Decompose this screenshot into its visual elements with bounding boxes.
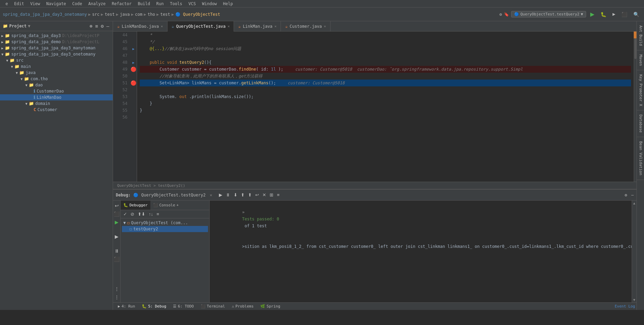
tab-queryobjecttest[interactable]: ☕ QueryObjectTest.java ✕: [168, 21, 234, 32]
menu-analyze[interactable]: Analyze: [86, 1, 109, 7]
tab-close-icon[interactable]: ✕: [274, 24, 276, 28]
tab-customer[interactable]: ☕ Customer.java ✕: [281, 21, 330, 32]
tree-item-src[interactable]: ▼ 📁 src: [0, 57, 113, 63]
debug-stepout-btn[interactable]: ⬆: [247, 192, 253, 198]
tree-item-spring-onetomany[interactable]: ▼ 📁 spring_data_jpa_jpa_day3_onetomany: [0, 51, 113, 57]
tree-item-linkmandao[interactable]: ℹ LinkManDao: [0, 94, 113, 100]
bottom-tab-problems[interactable]: ⚠ Problems: [228, 303, 257, 309]
bottom-tab-todo[interactable]: ☰ 6: TODO: [170, 303, 197, 309]
ant-build-panel[interactable]: Ant Build: [637, 21, 644, 50]
run-config-selector[interactable]: 🔵 QueryObjectTest.testQuery2 ▼: [511, 11, 586, 17]
breadcrumb-item-src[interactable]: src: [92, 12, 100, 17]
debug-refresh-btn[interactable]: ↩: [114, 202, 120, 209]
sidebar-locate-icon[interactable]: ⊕: [89, 23, 93, 29]
tree-item-domain[interactable]: ▼ 📁 domain: [0, 100, 113, 107]
debug-settings-btn[interactable]: ≡: [275, 192, 281, 198]
breadcrumb-item-test[interactable]: test: [105, 12, 115, 17]
breadcrumb-item-class[interactable]: 🔵 QueryObjectTest: [175, 12, 220, 17]
debug-tab-debugger[interactable]: 🐛 Debugger: [121, 201, 150, 210]
sidebar-collapse-icon[interactable]: ≡: [95, 23, 99, 29]
console-scrollbar[interactable]: ▲ ▼: [632, 201, 636, 302]
tree-item-spring-manytomany[interactable]: ▶ 📁 spring_data_jpa_jpa_day3_manytoman: [0, 45, 113, 51]
tree-item-dao[interactable]: ▼ 📁 dao: [0, 82, 113, 88]
debug-play-btn[interactable]: ▶: [114, 233, 120, 240]
bean-validation-panel[interactable]: Bean Validation: [637, 137, 644, 180]
breadcrumb-item-java[interactable]: java: [120, 12, 130, 17]
sidebar-minimize-icon[interactable]: —: [106, 23, 110, 29]
maven-panel[interactable]: Maven: [637, 50, 644, 70]
sidebar-dropdown-icon[interactable]: ▼: [28, 24, 30, 28]
gutter-line-51[interactable]: 🔴: [130, 80, 137, 86]
breadcrumb-item-com[interactable]: com: [135, 12, 143, 17]
code-content[interactable]: * */ @{...}//解决在java代码中的no session问题 pub…: [137, 32, 634, 182]
gutter-line-48[interactable]: ▶: [130, 59, 137, 66]
debug-button[interactable]: 🐛: [598, 10, 608, 19]
menu-window[interactable]: Window: [199, 1, 220, 7]
debug-eval-btn[interactable]: ✕: [261, 192, 268, 198]
sort-btn[interactable]: ⬆⬇: [136, 211, 147, 217]
tab-linkmandao[interactable]: ☕ LinkManDao.java ✕: [113, 21, 168, 32]
sidebar-settings-icon[interactable]: ⚙: [100, 23, 104, 29]
collapse-btn[interactable]: ≡: [155, 211, 161, 217]
debug-stepinto-btn[interactable]: ⬆: [239, 192, 246, 198]
debug-tab-console[interactable]: ⬛ Console +: [150, 201, 181, 210]
breadcrumb-item-tho[interactable]: tho: [148, 12, 155, 17]
menu-refactor[interactable]: Refactor: [109, 1, 134, 7]
check-btn[interactable]: ✓: [122, 211, 128, 217]
debug-minimize-icon[interactable]: —: [631, 193, 634, 197]
console-plus-icon[interactable]: +: [176, 203, 178, 207]
debug-tab-close-icon[interactable]: ✕: [210, 193, 212, 197]
debug-stop2-btn[interactable]: ⬛: [113, 255, 121, 263]
stop-button[interactable]: ⬛: [619, 10, 629, 19]
event-log-link[interactable]: Event Log: [615, 304, 635, 309]
bottom-tab-run[interactable]: ▶ 4: Run: [114, 303, 138, 309]
tree-item-main[interactable]: ▼ 📁 main: [0, 63, 113, 70]
toolbar-settings-icon[interactable]: ⚙: [499, 12, 502, 17]
debug-extra2-btn[interactable]: ⋮: [113, 293, 120, 301]
tree-item-spring-day3[interactable]: ▶ 📁 spring_data_jpa_day3 D:\ideaProjectP: [0, 33, 113, 39]
menu-code[interactable]: Code: [70, 1, 85, 7]
key-promoter-panel[interactable]: Key Promoter X: [637, 70, 644, 111]
menu-run[interactable]: Run: [153, 1, 166, 7]
search-button[interactable]: 🔍: [631, 10, 641, 19]
debug-runtocrsr-btn[interactable]: ↩: [254, 192, 260, 198]
debug-tree-queryobjecttest[interactable]: ▼ ◻ QueryObjectTest (com...: [122, 220, 208, 226]
coverage-button[interactable]: ▶: [610, 11, 617, 18]
debug-frames-btn[interactable]: ⊞: [268, 192, 275, 198]
debug-extra-btn[interactable]: ⋮: [113, 285, 120, 293]
run-button[interactable]: ▶: [588, 10, 596, 19]
menu-e[interactable]: e: [3, 1, 11, 7]
scrollbar[interactable]: [634, 32, 636, 182]
menu-help[interactable]: Help: [220, 1, 236, 7]
breadcrumb-item-project[interactable]: spring_data_jpa_jpa_day3_onetomany: [3, 12, 87, 17]
menu-build[interactable]: Build: [135, 1, 153, 7]
stop-all-btn[interactable]: ⊘: [129, 211, 136, 217]
menu-vcs[interactable]: VCS: [186, 1, 199, 7]
breadcrumb-item-testpkg[interactable]: test: [160, 12, 170, 17]
bottom-tab-spring[interactable]: 🌿 Spring: [257, 303, 284, 309]
tab-close-icon[interactable]: ✕: [324, 24, 326, 28]
gutter-line-49[interactable]: 🔴: [130, 66, 137, 73]
debug-pause-btn[interactable]: ⏸: [224, 192, 232, 198]
scroll-thumb[interactable]: [634, 38, 636, 59]
bottom-tab-terminal[interactable]: ⬛ Terminal: [197, 303, 228, 309]
scroll-down-icon[interactable]: ▼: [633, 298, 635, 302]
debug-console[interactable]: » Tests passed: 0 of 1 test >sition as l…: [210, 201, 632, 302]
debug-tree-testquery2[interactable]: ◻ testQuery2: [122, 226, 208, 232]
debug-resume-btn[interactable]: ▶: [218, 192, 224, 198]
tree-item-customerdao[interactable]: ℹ CustomerDao: [0, 88, 113, 94]
menu-view[interactable]: View: [27, 1, 43, 7]
tree-item-customer[interactable]: C Customer: [0, 107, 113, 113]
tree-item-java[interactable]: ▼ 📁 java: [0, 70, 113, 76]
debug-pause2-btn[interactable]: ⏸: [113, 247, 120, 255]
debug-stop-btn[interactable]: ⬛: [113, 210, 121, 218]
gutter-line-46[interactable]: ▶: [130, 45, 137, 52]
tab-close-icon[interactable]: ✕: [227, 24, 230, 28]
menu-edit[interactable]: Edit: [11, 1, 27, 7]
database-panel[interactable]: Database: [637, 110, 644, 137]
filter-btn[interactable]: ↑↓: [147, 211, 154, 217]
menu-tools[interactable]: Tools: [167, 1, 185, 7]
debug-run-btn[interactable]: ▶: [114, 218, 120, 226]
tab-close-icon[interactable]: ✕: [161, 24, 163, 28]
debug-stepover-btn[interactable]: ⬇: [232, 192, 239, 198]
